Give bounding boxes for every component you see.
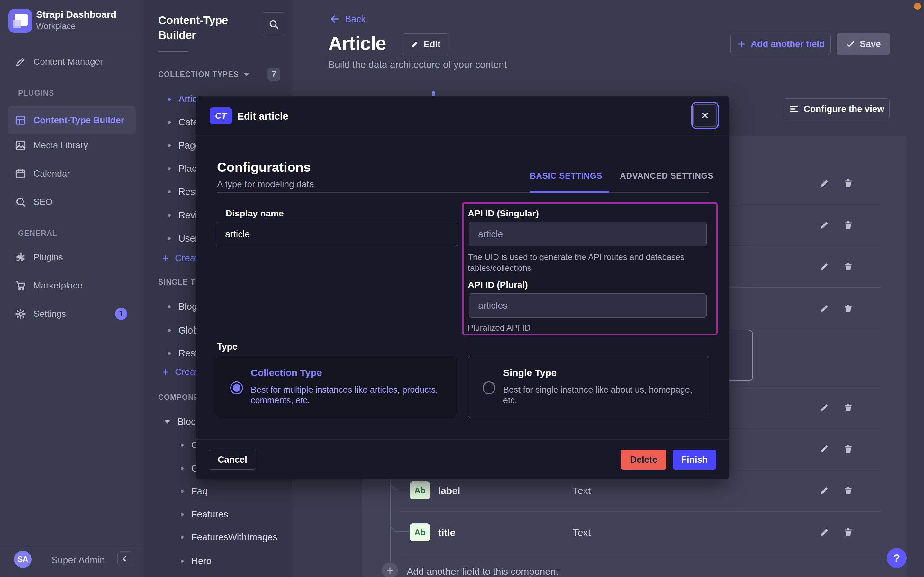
option-description: Best for multiple instances like article…	[251, 385, 440, 406]
single-type-option[interactable]: Single Type Best for single instance lik…	[468, 356, 709, 418]
sidebar-item-plugins[interactable]: Plugins	[8, 243, 136, 271]
bullet-icon	[181, 490, 183, 493]
pencil-icon[interactable]	[819, 178, 830, 189]
bullet-icon	[168, 190, 171, 193]
pencil-icon[interactable]	[819, 402, 830, 413]
finish-button[interactable]: Finish	[673, 450, 716, 470]
search-button[interactable]	[262, 12, 286, 36]
back-link[interactable]: Back	[329, 13, 366, 24]
tab-advanced-settings[interactable]: ADVANCED SETTINGS	[620, 171, 713, 181]
save-button[interactable]: Save	[837, 33, 890, 55]
configure-view-button[interactable]: Configure the view	[784, 98, 890, 119]
edit-button[interactable]: Edit	[402, 34, 449, 55]
cart-icon	[8, 280, 34, 292]
page-subtitle: Build the data architecture of your cont…	[328, 59, 507, 70]
collection-type-option[interactable]: Collection Type Best for multiple instan…	[216, 356, 458, 418]
pencil-icon[interactable]	[819, 303, 830, 314]
subnav-item[interactable]: Hero	[158, 553, 292, 569]
collapse-sidebar-button[interactable]	[117, 551, 132, 566]
api-id-singular-input[interactable]	[469, 222, 707, 247]
sidebar-item-label: Calendar	[34, 169, 70, 179]
field-row-actions	[819, 303, 864, 314]
sidebar-item-calendar[interactable]: Calendar	[8, 160, 136, 188]
trash-icon[interactable]	[843, 402, 853, 413]
add-another-field-button[interactable]: Add another field	[730, 33, 831, 55]
bullet-icon	[181, 467, 183, 470]
group-single-types[interactable]: SINGLE TY	[158, 278, 201, 287]
strapi-logo[interactable]	[8, 9, 32, 33]
plus-icon	[385, 566, 395, 575]
sidebar-item-label: Plugins	[34, 252, 63, 263]
avatar[interactable]: SA	[14, 551, 32, 568]
user-name: Super Admin	[51, 555, 105, 566]
sidebar-item-marketplace[interactable]: Marketplace	[8, 271, 136, 300]
bullet-icon	[168, 121, 171, 124]
add-field-circle-button[interactable]	[382, 562, 398, 577]
cancel-button[interactable]: Cancel	[209, 450, 256, 470]
field-type: Text	[573, 485, 591, 496]
field-row-actions	[819, 485, 864, 496]
type-label: Type	[217, 342, 237, 352]
group-label: SINGLE TY	[158, 278, 201, 287]
group-components[interactable]: COMPONE	[158, 393, 199, 402]
bullet-icon	[168, 98, 171, 101]
sidebar-item-seo[interactable]: SEO	[8, 188, 136, 216]
display-name-input[interactable]	[216, 222, 458, 247]
api-id-singular-label: API ID (Singular)	[468, 208, 539, 219]
calendar-icon	[8, 168, 34, 179]
add-field-row-label[interactable]: Add another field to this component	[407, 566, 558, 577]
subnav-item[interactable]: Features	[158, 506, 292, 522]
group-label: COLLECTION TYPES	[158, 70, 239, 79]
close-icon	[700, 111, 710, 120]
trash-icon[interactable]	[843, 220, 853, 230]
tab-basic-settings[interactable]: BASIC SETTINGS	[530, 171, 602, 181]
option-title: Single Type	[503, 367, 556, 378]
trash-icon[interactable]	[843, 485, 853, 496]
sidebar-item-settings[interactable]: Settings 1	[8, 300, 136, 328]
pencil-icon[interactable]	[819, 527, 830, 538]
modal-footer: Cancel Delete Finish	[196, 439, 729, 479]
plus-icon	[161, 368, 170, 376]
sidebar-item-content-manager[interactable]: Content Manager	[8, 48, 136, 76]
radio-unselected-icon[interactable]	[482, 382, 495, 394]
pencil-icon[interactable]	[819, 485, 830, 496]
delete-button[interactable]: Delete	[621, 450, 667, 470]
subnav-item-label: Blog	[178, 301, 197, 312]
help-button[interactable]: ?	[887, 548, 906, 568]
sidebar-item-media-library[interactable]: Media Library	[8, 131, 136, 160]
main-sidebar: Strapi Dashboard Workplace Content Manag…	[0, 0, 143, 577]
trash-icon[interactable]	[843, 527, 853, 538]
field-row-actions	[819, 443, 864, 454]
close-button[interactable]	[694, 104, 717, 127]
row-divider	[400, 558, 881, 558]
trash-icon[interactable]	[843, 303, 853, 314]
field-row-actions	[819, 220, 864, 230]
api-id-plural-input[interactable]	[469, 293, 707, 318]
trash-icon[interactable]	[843, 178, 853, 189]
trash-icon[interactable]	[843, 443, 853, 454]
pencil-icon[interactable]	[819, 261, 830, 272]
pencil-icon[interactable]	[819, 443, 830, 454]
group-collection-types[interactable]: COLLECTION TYPES	[158, 70, 249, 79]
radio-selected-icon[interactable]	[230, 382, 243, 394]
sidebar-item-label: Settings	[34, 309, 66, 319]
subnav-item[interactable]: Faq	[158, 484, 292, 499]
chevron-left-icon	[120, 554, 129, 563]
collection-count-badge: 7	[267, 68, 280, 81]
sidebar-item-label: Marketplace	[34, 280, 83, 291]
pencil-icon[interactable]	[819, 220, 830, 230]
filter-lines-icon	[789, 104, 799, 114]
divider	[0, 547, 143, 547]
option-description: Best for single instance like about us, …	[503, 385, 702, 406]
subnav-item-label: Faq	[191, 486, 207, 496]
sidebar-item-content-type-builder[interactable]: Content-Type Builder	[8, 106, 136, 134]
subnav-item-label: Bloc	[177, 416, 196, 427]
strapi-logo-shape-2	[13, 19, 21, 28]
check-icon	[845, 39, 855, 49]
plus-icon	[736, 39, 746, 49]
api-id-plural-label: API ID (Plural)	[468, 280, 528, 290]
trash-icon[interactable]	[843, 261, 853, 272]
bullet-icon	[168, 237, 171, 240]
subnav-item[interactable]: FeaturesWithImages	[158, 529, 292, 545]
bullet-icon	[168, 167, 171, 170]
